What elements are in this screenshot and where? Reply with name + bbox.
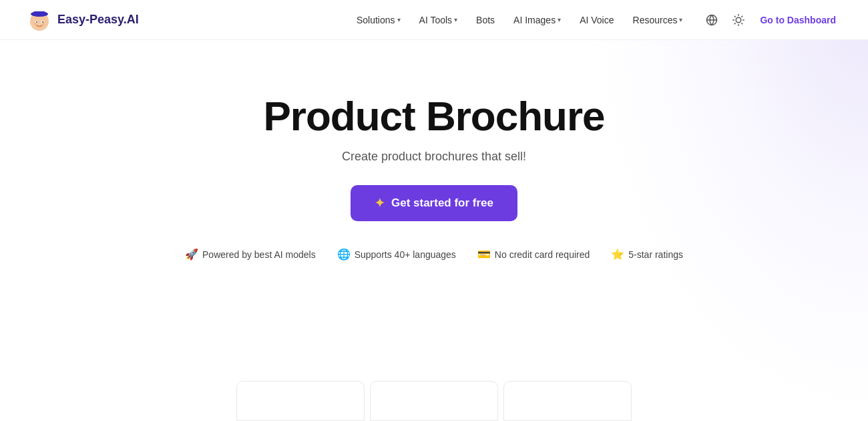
- feature-ai-models: 🚀 Powered by best AI models: [185, 248, 316, 261]
- nav-item-resources[interactable]: Resources ▾: [625, 11, 691, 29]
- rocket-icon: 🚀: [185, 248, 198, 261]
- nav-item-ai-voice[interactable]: AI Voice: [572, 11, 622, 29]
- chevron-down-icon: ▾: [679, 16, 682, 23]
- star-icon: ⭐: [611, 248, 624, 261]
- feature-ratings: ⭐ 5-star ratings: [611, 248, 683, 261]
- feature-languages: 🌐 Supports 40+ languages: [337, 248, 456, 261]
- theme-toggle-icon[interactable]: [728, 9, 749, 31]
- card-stub-2: [370, 381, 498, 421]
- nav-item-bots[interactable]: Bots: [468, 11, 503, 29]
- feature-languages-text: Supports 40+ languages: [355, 249, 456, 260]
- feature-ai-models-text: Powered by best AI models: [202, 249, 316, 260]
- chevron-down-icon: ▾: [397, 16, 401, 23]
- language-icon[interactable]: [701, 9, 722, 31]
- chevron-down-icon: ▾: [558, 16, 561, 23]
- nav-item-solutions[interactable]: Solutions ▾: [349, 11, 409, 29]
- globe-green-icon: 🌐: [337, 248, 351, 261]
- svg-line-18: [735, 23, 736, 23]
- svg-point-8: [43, 23, 45, 25]
- page-title: Product Brochure: [263, 94, 604, 139]
- features-row: 🚀 Powered by best AI models 🌐 Supports 4…: [185, 248, 683, 261]
- logo[interactable]: Easy-Peasy.AI: [27, 7, 139, 33]
- sparkle-icon: ✦: [375, 196, 385, 210]
- go-to-dashboard-button[interactable]: Go to Dashboard: [754, 11, 841, 29]
- hero-section: Product Brochure Create product brochure…: [0, 40, 868, 261]
- nav-item-ai-images[interactable]: AI Images ▾: [505, 11, 569, 29]
- logo-text: Easy-Peasy.AI: [57, 13, 139, 27]
- nav-links: Solutions ▾ AI Tools ▾ Bots AI Images ▾ …: [349, 11, 690, 29]
- cards-hint: [234, 381, 634, 421]
- feature-no-credit-card: 💳 No credit card required: [477, 248, 590, 261]
- svg-point-6: [42, 21, 43, 23]
- svg-line-19: [742, 16, 742, 17]
- credit-card-icon: 💳: [477, 248, 491, 261]
- svg-point-7: [35, 23, 37, 25]
- navbar: Easy-Peasy.AI Solutions ▾ AI Tools ▾ Bot…: [0, 0, 868, 40]
- card-stub-1: [236, 381, 365, 421]
- feature-no-credit-card-text: No credit card required: [495, 249, 590, 260]
- svg-point-5: [36, 21, 37, 23]
- logo-icon: [27, 7, 52, 33]
- svg-point-11: [736, 17, 742, 23]
- cta-label: Get started for free: [391, 196, 493, 210]
- svg-line-15: [742, 23, 742, 23]
- chevron-down-icon: ▾: [454, 16, 457, 23]
- nav-icons: [701, 9, 749, 31]
- card-stub-3: [503, 381, 632, 421]
- svg-line-14: [735, 16, 736, 17]
- svg-rect-2: [33, 11, 45, 15]
- feature-ratings-text: 5-star ratings: [628, 249, 683, 260]
- nav-item-ai-tools[interactable]: AI Tools ▾: [411, 11, 466, 29]
- get-started-button[interactable]: ✦ Get started for free: [351, 185, 517, 221]
- hero-subtitle: Create product brochures that sell!: [342, 150, 526, 164]
